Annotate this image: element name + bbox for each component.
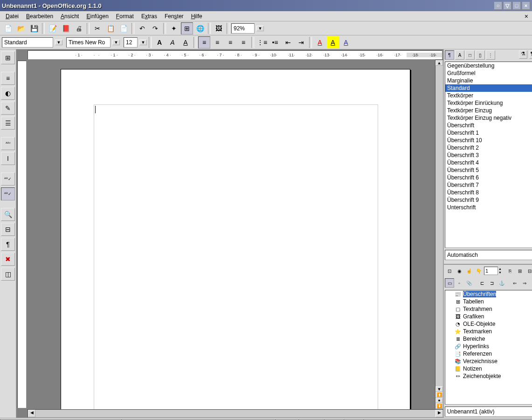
font-name-combo[interactable]: Times New Ro bbox=[66, 37, 111, 48]
redo-button[interactable]: ↷ bbox=[149, 22, 161, 34]
style-item[interactable]: Grußformel bbox=[445, 69, 532, 77]
maximize-button[interactable]: ▽ bbox=[503, 1, 511, 10]
paste-button[interactable]: 📄 bbox=[117, 22, 130, 34]
style-item[interactable]: Textkörper bbox=[445, 92, 532, 99]
zoom-combo[interactable]: 92% bbox=[231, 23, 255, 34]
stylist-button[interactable]: ⊞ bbox=[181, 22, 193, 34]
nav-toggle-icon[interactable]: ⊡ bbox=[445, 266, 454, 275]
nav-tree-item[interactable]: 📑Referenzen bbox=[445, 350, 532, 358]
restore-button[interactable]: □ bbox=[512, 1, 521, 10]
underline-button[interactable]: A bbox=[180, 36, 192, 48]
menu-einfuegen[interactable]: Einfügen bbox=[83, 12, 112, 21]
horizontal-ruler[interactable]: · 1 ·· ·· 1 ·· 2 ·· 3 ·· 4 ·· 5 ·· 6 ·· … bbox=[28, 50, 442, 60]
nav-footer-icon[interactable]: ⊐ bbox=[487, 278, 497, 288]
navigator-button[interactable]: ✦ bbox=[168, 22, 180, 34]
align-left-button[interactable]: ≡ bbox=[198, 36, 210, 48]
nav-document-combo[interactable]: Unbenannt1 (aktiv) ▼ bbox=[445, 406, 532, 417]
style-item[interactable]: Überschrift 5 bbox=[445, 166, 532, 174]
decrease-indent-button[interactable]: ⇤ bbox=[282, 36, 294, 48]
numbering-button[interactable]: ⋮≡ bbox=[256, 36, 268, 48]
prev-page-icon[interactable]: ⏫ bbox=[435, 392, 443, 398]
nav-tree-item[interactable]: 📒Notizen bbox=[445, 365, 532, 372]
increase-indent-button[interactable]: ⇥ bbox=[295, 36, 307, 48]
insert-object-button[interactable]: ◐ bbox=[1, 87, 15, 100]
style-item[interactable]: Textkörper Einzug bbox=[445, 107, 532, 114]
style-item[interactable]: Überschrift 8 bbox=[445, 189, 532, 196]
style-item[interactable]: Gegenüberstellung bbox=[445, 62, 532, 69]
zoom-dropdown-icon[interactable]: ▼ bbox=[256, 26, 264, 31]
nav-promote-icon[interactable]: ⇐ bbox=[510, 278, 519, 288]
nav-tree-item[interactable]: ≣Bereiche bbox=[445, 335, 532, 343]
find-button[interactable]: 🔍 bbox=[1, 208, 15, 221]
nav-tree-item[interactable]: ✏Zeichenobjekte bbox=[445, 372, 532, 380]
style-item[interactable]: Überschrift 6 bbox=[445, 174, 532, 181]
nav-header-icon[interactable]: ⊏ bbox=[477, 278, 487, 288]
nav-anchor-icon[interactable]: ⚓ bbox=[497, 278, 506, 288]
frame-styles-tab[interactable]: □ bbox=[465, 50, 475, 60]
fill-format-icon[interactable]: ⚗ bbox=[519, 50, 527, 59]
edit-button[interactable]: 📝 bbox=[47, 22, 59, 34]
autotext-button[interactable]: ᴬᴮᶜ bbox=[1, 137, 15, 150]
background-color-button[interactable]: A bbox=[340, 36, 352, 48]
style-item[interactable]: Überschrift 7 bbox=[445, 181, 532, 189]
open-button[interactable]: 📂 bbox=[15, 22, 27, 34]
close-button[interactable]: × bbox=[522, 1, 530, 10]
auto-spellcheck-button[interactable]: ᴬᴮ✓ bbox=[1, 187, 15, 200]
nav-next-icon[interactable]: 👇 bbox=[474, 266, 484, 275]
nonprinting-button[interactable]: ¶ bbox=[1, 238, 15, 251]
nav-tree-item[interactable]: ▢Textrahmen bbox=[445, 305, 532, 313]
gallery-button[interactable]: 🖼 bbox=[213, 22, 225, 34]
graphics-off-button[interactable]: ✖ bbox=[1, 253, 15, 266]
nav-chapter-up-icon[interactable]: ⊞ bbox=[515, 266, 525, 275]
insert-draw-button[interactable]: ✎ bbox=[1, 102, 15, 115]
nav-demote-icon[interactable]: ⇒ bbox=[520, 278, 529, 288]
menu-hilfe[interactable]: Hilfe bbox=[187, 12, 206, 21]
print-button[interactable]: 🖨 bbox=[73, 22, 85, 34]
nav-page-input[interactable] bbox=[484, 267, 498, 275]
nav-content-icon[interactable]: ◉ bbox=[455, 266, 464, 275]
cursor-button[interactable]: I bbox=[1, 152, 15, 165]
document-viewport[interactable]: ▲ ▼ ⏫ ● ⏬ bbox=[28, 60, 443, 409]
paragraph-styles-tab[interactable]: ¶ bbox=[445, 50, 454, 60]
font-dropdown-icon[interactable]: ▼ bbox=[112, 40, 120, 45]
nav-drag-icon[interactable]: ⎘ bbox=[505, 266, 515, 275]
list-styles-tab[interactable]: ⋮ bbox=[486, 50, 495, 60]
page-styles-tab[interactable]: ▯ bbox=[476, 50, 485, 60]
style-filter-combo[interactable]: Automatisch ▼ bbox=[445, 250, 532, 260]
undo-button[interactable]: ↶ bbox=[136, 22, 148, 34]
style-item[interactable]: Textkörper Einzug negativ bbox=[445, 114, 532, 122]
nav-tree-item[interactable]: ◔OLE-Objekte bbox=[445, 320, 532, 328]
menu-fenster[interactable]: Fenster bbox=[161, 12, 187, 21]
nav-tree-item[interactable]: 🔗Hyperlinks bbox=[445, 343, 532, 350]
nav-tree-item[interactable]: ⊞Tabellen bbox=[445, 298, 532, 305]
align-center-button[interactable]: ≡ bbox=[211, 36, 223, 48]
font-color-button[interactable]: A bbox=[314, 36, 326, 48]
style-item[interactable]: Marginalie bbox=[445, 77, 532, 84]
style-item[interactable]: Textkörper Einrückung bbox=[445, 99, 532, 107]
scroll-down-icon[interactable]: ▼ bbox=[435, 386, 443, 392]
cut-button[interactable]: ✂ bbox=[91, 22, 104, 34]
highlight-button[interactable]: A bbox=[327, 36, 339, 48]
vertical-scrollbar[interactable]: ▲ ▼ ⏫ ● ⏬ bbox=[435, 60, 443, 409]
menu-extras[interactable]: Extras bbox=[138, 12, 161, 21]
new-style-icon[interactable]: ¶≡ bbox=[529, 50, 532, 59]
copy-button[interactable]: 📋 bbox=[104, 22, 117, 34]
paragraph-style-combo[interactable]: Standard bbox=[2, 37, 53, 48]
new-button[interactable]: 📄 bbox=[2, 22, 14, 34]
text-area[interactable] bbox=[94, 104, 378, 409]
scroll-up-icon[interactable]: ▲ bbox=[435, 60, 443, 66]
align-right-button[interactable]: ≡ bbox=[224, 36, 236, 48]
nav-tree-item[interactable]: ⭐Textmarken bbox=[445, 328, 532, 335]
horizontal-scrollbar[interactable]: ◀ ▶ bbox=[28, 409, 443, 418]
menu-bearbeiten[interactable]: Bearbeiten bbox=[22, 12, 57, 21]
italic-button[interactable]: A bbox=[166, 36, 179, 48]
hyperlink-button[interactable]: 🌐 bbox=[194, 22, 206, 34]
style-item[interactable]: Überschrift 3 bbox=[445, 151, 532, 159]
vertical-ruler[interactable] bbox=[17, 61, 27, 408]
form-button[interactable]: ☰ bbox=[1, 117, 15, 130]
document-close-icon[interactable]: × bbox=[525, 13, 528, 20]
style-item[interactable]: Überschrift 4 bbox=[445, 159, 532, 166]
style-item[interactable]: Standard bbox=[445, 84, 532, 92]
nav-chapter-down-icon[interactable]: ⊟ bbox=[525, 266, 532, 275]
online-layout-button[interactable]: ◫ bbox=[1, 268, 15, 281]
